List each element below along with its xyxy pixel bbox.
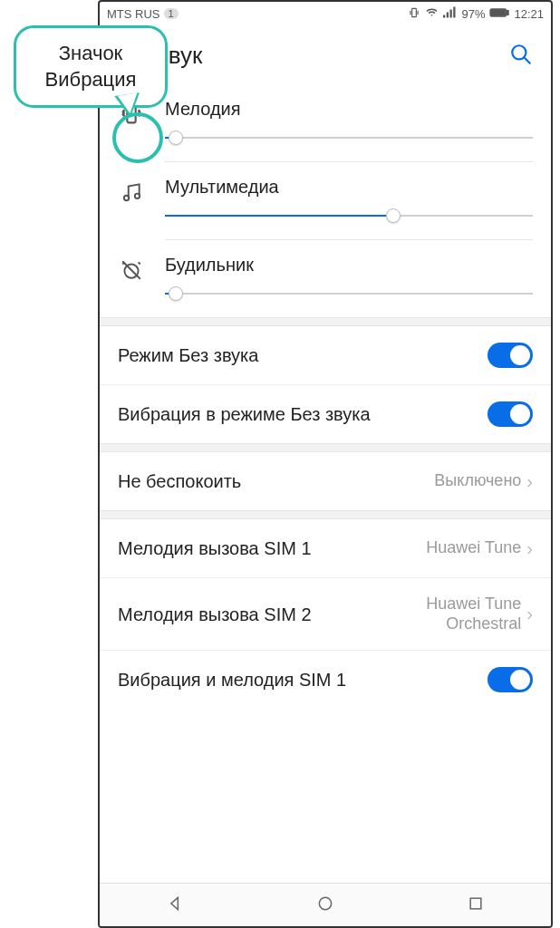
svg-point-13 (319, 897, 331, 909)
svg-rect-4 (454, 7, 456, 18)
alarm-off-icon (118, 256, 145, 284)
svg-point-10 (124, 196, 129, 200)
alarm-slider[interactable] (165, 285, 533, 303)
search-button[interactable] (509, 43, 533, 70)
ringtone-sim2-label: Мелодия вызова SIM 2 (118, 603, 421, 626)
row-vibrate-sim1[interactable]: Вибрация и мелодия SIM 1 (100, 650, 551, 709)
phone-frame: MTS RUS 1 97% 12:21 (98, 0, 553, 928)
callout-text-2: Вибрация (25, 67, 156, 93)
ringtone-sim1-label: Мелодия вызова SIM 1 (118, 536, 426, 560)
ringtone-slider[interactable] (165, 129, 533, 147)
sim-badge: 1 (164, 8, 179, 19)
status-bar: MTS RUS 1 97% 12:21 (100, 2, 551, 25)
battery-icon (489, 7, 509, 21)
signal-icon (443, 6, 457, 21)
row-ringtone-sim1[interactable]: Мелодия вызова SIM 1 Huawei Tune › (100, 519, 551, 577)
dnd-value: Выключено (434, 471, 521, 491)
vibrate-silent-toggle[interactable] (488, 401, 533, 427)
volume-ringtone: Мелодия (118, 84, 533, 161)
svg-rect-6 (507, 10, 509, 14)
silent-mode-label: Режим Без звука (118, 343, 488, 367)
carrier-label: MTS RUS (107, 7, 160, 21)
volume-section: Мелодия Мультимедиа (100, 84, 551, 317)
clock: 12:21 (514, 7, 544, 21)
nav-recent-button[interactable] (467, 894, 485, 916)
row-silent-mode[interactable]: Режим Без звука (100, 326, 551, 384)
svg-point-11 (135, 194, 140, 198)
dnd-label: Не беспокоить (118, 469, 434, 493)
svg-rect-14 (470, 898, 481, 909)
music-note-icon (118, 179, 145, 206)
media-label: Мультимедиа (165, 177, 533, 198)
svg-rect-3 (450, 10, 452, 18)
media-slider[interactable] (165, 207, 533, 225)
silent-mode-toggle[interactable] (488, 343, 533, 368)
row-dnd[interactable]: Не беспокоить Выключено › (100, 452, 551, 510)
volume-alarm: Будильник (118, 240, 533, 317)
svg-rect-0 (412, 8, 417, 16)
callout-text-1: Значок (25, 41, 156, 67)
nav-bar (100, 883, 551, 926)
chevron-right-icon: › (526, 471, 533, 492)
nav-back-button[interactable] (166, 894, 184, 916)
row-vibrate-silent[interactable]: Вибрация в режиме Без звука (100, 384, 551, 443)
nav-home-button[interactable] (316, 894, 334, 916)
svg-rect-1 (443, 15, 445, 18)
svg-rect-2 (447, 13, 449, 18)
battery-pct: 97% (461, 7, 485, 21)
wifi-icon (425, 6, 439, 21)
ringtone-sim1-value: Huawei Tune (426, 538, 521, 558)
volume-media: Мультимедиа (118, 162, 533, 239)
highlight-circle (112, 112, 163, 163)
alarm-label: Будильник (165, 255, 533, 276)
chevron-right-icon: › (526, 538, 533, 559)
annotation-callout: Значок Вибрация (14, 25, 168, 108)
vibrate-status-icon (408, 6, 420, 22)
vibrate-silent-label: Вибрация в режиме Без звука (118, 402, 488, 426)
row-ringtone-sim2[interactable]: Мелодия вызова SIM 2 Huawei Tune Orchest… (100, 577, 551, 650)
vibrate-sim1-toggle[interactable] (488, 667, 533, 692)
ringtone-label: Мелодия (165, 99, 533, 120)
vibrate-sim1-label: Вибрация и мелодия SIM 1 (118, 668, 488, 691)
chevron-right-icon: › (526, 604, 533, 624)
svg-rect-7 (491, 9, 506, 15)
ringtone-sim2-value: Huawei Tune Orchestral (421, 594, 521, 633)
